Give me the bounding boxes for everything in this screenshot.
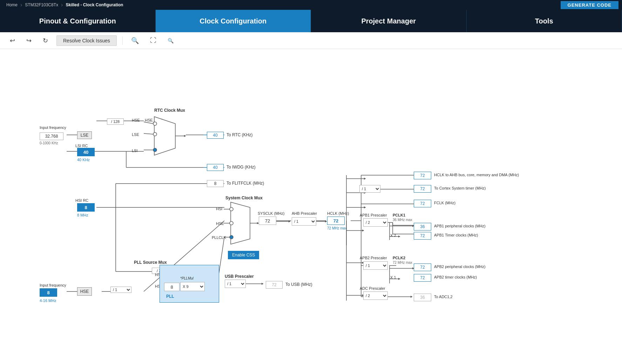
top-nav: Home › STM32F103C8Tx › Skilled - Clock C… — [0, 0, 622, 10]
resolve-clock-button[interactable]: Resolve Clock Issues — [56, 35, 117, 46]
hclk-ahb-label: HCLK to AHB bus, core, memory and DMA (M… — [434, 173, 490, 177]
svg-point-49 — [153, 148, 157, 152]
rtc-mux-label: RTC Clock Mux — [154, 108, 185, 113]
svg-marker-82 — [398, 235, 400, 238]
usb-prescaler-label: USB Prescaler — [225, 274, 254, 279]
svg-point-58 — [230, 235, 233, 239]
pll-mul-select[interactable]: X 9 — [180, 282, 205, 291]
pll-mul-label: *PLLMul — [180, 276, 194, 280]
apb1-branch — [345, 217, 366, 238]
diagram-lines — [7, 56, 615, 364]
svg-marker-70 — [364, 178, 366, 180]
fclk-value[interactable]: 72 — [414, 200, 431, 207]
hsi-mux-label: HSI — [216, 207, 222, 211]
apb2-right-branch — [388, 264, 416, 285]
pclk1-label: PCLK1 — [393, 213, 405, 217]
hse-freq-box[interactable]: 8 — [40, 288, 57, 297]
pll-label: PLL — [166, 294, 174, 299]
hse-input-freq-label: Input frequency — [40, 283, 66, 287]
svg-point-48 — [153, 132, 157, 136]
enable-css-button[interactable]: Enable CSS — [228, 251, 259, 259]
apb1-periph-value[interactable]: 36 — [414, 223, 431, 231]
hclk-max-label: 72 MHz max — [327, 226, 347, 230]
adc-prescaler-select[interactable]: / 2 — [363, 291, 388, 300]
apb1-x2-label: X 2 — [390, 233, 396, 238]
cortex-timer-label: To Cortex System timer (MHz) — [434, 186, 486, 190]
refresh-button[interactable]: ↻ — [40, 35, 51, 46]
main-content: Input frequency 32.768 0-1000 KHz LSE LS… — [0, 49, 622, 364]
tab-pinout[interactable]: Pinout & Configuration — [0, 10, 156, 32]
rtc-mux-shape — [144, 115, 186, 157]
apb1-timer-value[interactable]: 72 — [414, 232, 431, 240]
svg-marker-55 — [231, 202, 250, 244]
fit-button[interactable]: ⛶ — [147, 35, 159, 46]
apb2-x1-label: X 1 — [390, 275, 396, 280]
adc-prescaler-label: ADC Prescaler — [360, 286, 385, 290]
nav-device[interactable]: STM32F103C8Tx — [22, 2, 61, 7]
pclk2-label: PCLK2 — [393, 256, 405, 260]
hse-block[interactable]: HSE — [77, 287, 92, 296]
clock-diagram: Input frequency 32.768 0-1000 KHz LSE LS… — [7, 56, 615, 364]
sysclk-mux-label: System Clock Mux — [225, 195, 263, 200]
hse-div1-select[interactable]: / 1 — [110, 287, 131, 293]
svg-point-56 — [230, 207, 233, 211]
lsi-mux-label: LSI — [132, 149, 138, 153]
to-iwdg-value[interactable]: 40 — [207, 164, 224, 171]
sysclk-value-box[interactable]: 72 — [259, 217, 276, 225]
adc-label: To ADC1,2 — [434, 295, 453, 299]
svg-marker-54 — [184, 135, 186, 137]
lsi-rc-label: LSI RC — [75, 144, 88, 148]
svg-marker-90 — [398, 278, 400, 280]
lsi-value-box[interactable]: 40 — [77, 148, 95, 156]
apb1-timer-label: APB1 Timer clocks (MHz) — [434, 233, 478, 237]
hsi-value-box[interactable]: 8 — [77, 203, 95, 212]
hsi-mhz-label: 8 MHz — [77, 213, 88, 217]
apb2-prescaler-select[interactable]: / 1 — [363, 261, 388, 270]
tab-project[interactable]: Project Manager — [311, 10, 467, 32]
tab-bar: Pinout & Configuration Clock Configurati… — [0, 10, 622, 32]
hse-range-label: 4-16 MHz — [40, 298, 56, 303]
usb-value[interactable]: 72 — [266, 281, 283, 289]
undo-button[interactable]: ↩ — [7, 35, 18, 46]
apb1-prescaler-select[interactable]: / 2 — [363, 218, 388, 227]
sysclk-mux-shape — [224, 200, 259, 246]
redo-button[interactable]: ↪ — [23, 35, 34, 46]
pll-mul-value-display[interactable]: 8 — [164, 283, 180, 291]
usb-label: To USB (MHz) — [285, 282, 312, 287]
zoom-out-button[interactable]: 🔍 — [165, 36, 176, 45]
to-rtc-value[interactable]: 40 — [207, 132, 224, 139]
lse-mux-label: LSE — [132, 132, 139, 137]
sysclk-arrow — [276, 219, 294, 224]
usb-prescaler-select[interactable]: / 1 — [225, 280, 246, 288]
apb1-prescaler-label: APB1 Prescaler — [360, 213, 387, 217]
div128-box[interactable]: / 128 — [107, 118, 124, 125]
hclk-value-box[interactable]: 72 — [327, 217, 345, 225]
separator — [122, 36, 123, 45]
lse-freq-box[interactable]: 32.768 — [40, 132, 63, 140]
zoom-in-button[interactable]: 🔍 — [128, 35, 142, 46]
svg-marker-46 — [154, 117, 175, 155]
cortex-div-select[interactable]: / 1 — [359, 185, 380, 193]
svg-line-50 — [144, 122, 153, 124]
to-flitfclk-value[interactable]: 8 — [207, 180, 224, 187]
pll-area-box: 8 *PLLMul X 9 PLL — [160, 265, 219, 303]
ahb-prescaler-label: AHB Prescaler — [292, 211, 317, 215]
usb-arrow — [246, 281, 267, 286]
ahb-prescaler-select[interactable]: / 1 — [292, 217, 316, 226]
cortex-timer-value[interactable]: 72 — [414, 185, 431, 193]
pllclk-mux-label: PLLCLK — [212, 235, 226, 240]
pll-source-mux-label: PLL Source Mux — [134, 260, 167, 265]
nav-home[interactable]: Home — [4, 2, 20, 7]
lse-block[interactable]: LSE — [77, 131, 92, 139]
apb2-timer-value[interactable]: 72 — [414, 274, 431, 282]
tab-tools[interactable]: Tools — [467, 10, 622, 32]
tab-clock[interactable]: Clock Configuration — [156, 10, 311, 32]
lse-range-label: 0-1000 KHz — [40, 141, 58, 145]
adc-value[interactable]: 36 — [414, 294, 431, 301]
hclk-ahb-value[interactable]: 72 — [414, 172, 431, 179]
svg-marker-67 — [325, 220, 327, 222]
apb2-branch — [345, 238, 366, 269]
adc-branch — [345, 269, 366, 301]
generate-code-button[interactable]: GENERATE CODE — [561, 1, 618, 9]
apb2-periph-value[interactable]: 72 — [414, 263, 431, 271]
